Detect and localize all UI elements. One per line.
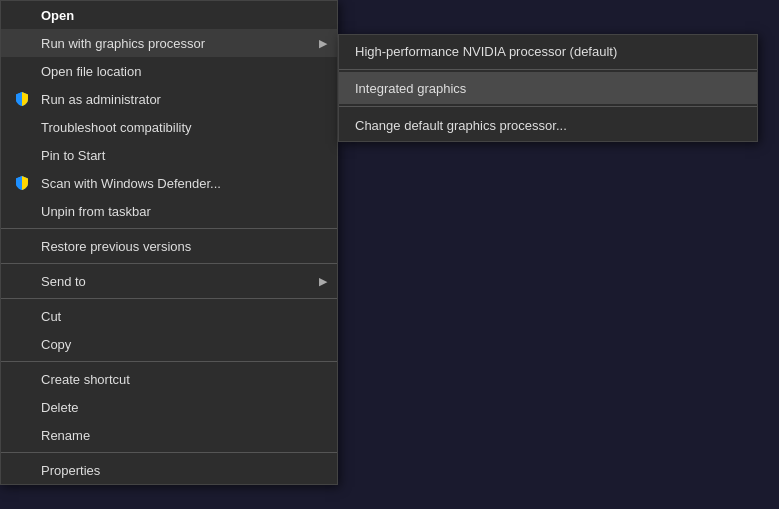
menu-item-label: Copy — [41, 337, 71, 352]
menu-item-label: Pin to Start — [41, 148, 105, 163]
menu-item-rename[interactable]: Rename — [1, 421, 337, 449]
menu-item-pin-start[interactable]: Pin to Start — [1, 141, 337, 169]
submenu-item-change-default[interactable]: Change default graphics processor... — [339, 109, 757, 141]
shield-icon — [11, 91, 33, 107]
menu-separator — [1, 228, 337, 229]
menu-item-properties[interactable]: Properties — [1, 456, 337, 484]
menu-item-label: Open file location — [41, 64, 141, 79]
menu-item-label: Open — [41, 8, 74, 23]
submenu-item-label: High-performance NVIDIA processor (defau… — [355, 44, 617, 59]
menu-item-label: Unpin from taskbar — [41, 204, 151, 219]
menu-item-send-to[interactable]: Send to▶ — [1, 267, 337, 295]
menu-item-open-location[interactable]: Open file location — [1, 57, 337, 85]
menu-item-run-gpu[interactable]: Run with graphics processor▶ — [1, 29, 337, 57]
submenu-separator — [339, 106, 757, 107]
shield-icon — [11, 175, 33, 191]
submenu-item-label: Integrated graphics — [355, 81, 466, 96]
menu-item-delete[interactable]: Delete — [1, 393, 337, 421]
menu-separator — [1, 452, 337, 453]
menu-item-scan-defender[interactable]: Scan with Windows Defender... — [1, 169, 337, 197]
menu-item-unpin-taskbar[interactable]: Unpin from taskbar — [1, 197, 337, 225]
menu-item-create-shortcut[interactable]: Create shortcut — [1, 365, 337, 393]
menu-item-troubleshoot[interactable]: Troubleshoot compatibility — [1, 113, 337, 141]
submenu-gpu: High-performance NVIDIA processor (defau… — [338, 34, 758, 142]
menu-separator — [1, 361, 337, 362]
submenu-separator — [339, 69, 757, 70]
submenu-arrow-icon: ▶ — [319, 37, 327, 50]
menu-item-open[interactable]: Open — [1, 1, 337, 29]
menu-item-label: Send to — [41, 274, 86, 289]
menu-item-cut[interactable]: Cut — [1, 302, 337, 330]
menu-separator — [1, 263, 337, 264]
menu-item-label: Run as administrator — [41, 92, 161, 107]
menu-item-label: Cut — [41, 309, 61, 324]
menu-item-label: Create shortcut — [41, 372, 130, 387]
menu-item-label: Delete — [41, 400, 79, 415]
menu-item-copy[interactable]: Copy — [1, 330, 337, 358]
submenu-item-integrated[interactable]: Integrated graphics — [339, 72, 757, 104]
menu-separator — [1, 298, 337, 299]
submenu-item-nvidia[interactable]: High-performance NVIDIA processor (defau… — [339, 35, 757, 67]
menu-item-label: Scan with Windows Defender... — [41, 176, 221, 191]
menu-item-label: Restore previous versions — [41, 239, 191, 254]
menu-item-run-admin[interactable]: Run as administrator — [1, 85, 337, 113]
submenu-item-label: Change default graphics processor... — [355, 118, 567, 133]
menu-item-label: Properties — [41, 463, 100, 478]
submenu-arrow-icon: ▶ — [319, 275, 327, 288]
menu-item-restore-versions[interactable]: Restore previous versions — [1, 232, 337, 260]
menu-item-label: Rename — [41, 428, 90, 443]
context-menu: OpenRun with graphics processor▶Open fil… — [0, 0, 338, 485]
menu-item-label: Run with graphics processor — [41, 36, 205, 51]
menu-item-label: Troubleshoot compatibility — [41, 120, 192, 135]
